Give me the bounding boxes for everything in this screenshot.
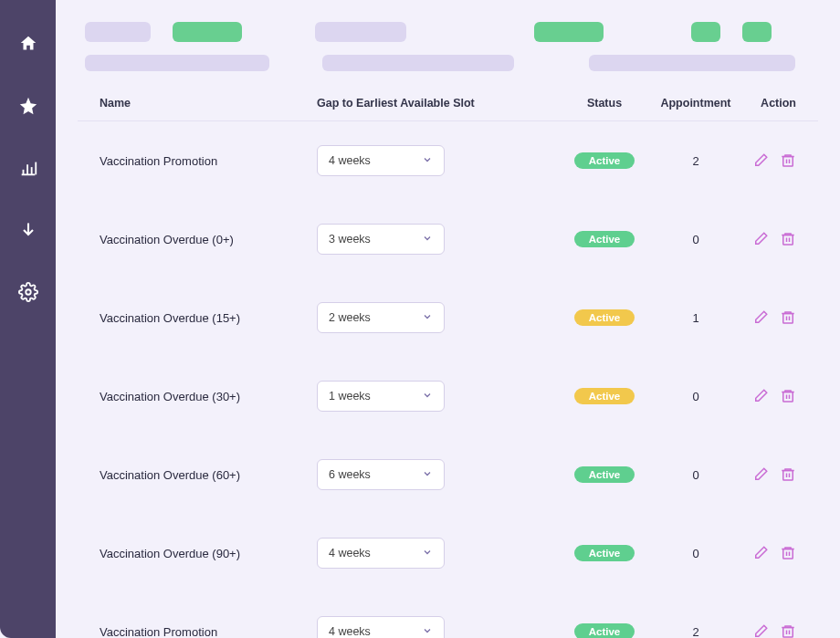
- status-badge: Active: [574, 231, 635, 247]
- placeholder-block: [85, 55, 269, 71]
- status-badge: Active: [574, 545, 635, 561]
- appointment-cell: 0: [650, 233, 741, 246]
- appointment-cell: 2: [650, 625, 741, 639]
- chevron-down-icon: [422, 311, 433, 325]
- placeholder-block: [322, 55, 514, 71]
- appointment-cell: 0: [650, 390, 741, 403]
- edit-button[interactable]: [752, 231, 769, 247]
- placeholder-button[interactable]: [173, 22, 242, 42]
- gap-select-value: 4 weeks: [329, 625, 371, 638]
- th-gap: Gap to Earliest Available Slot: [317, 97, 559, 110]
- gap-select-value: 6 weeks: [329, 468, 371, 481]
- table-row: Vaccination Promotion4 weeksActive2: [78, 592, 818, 638]
- gap-select-value: 1 weeks: [329, 390, 371, 403]
- gap-select[interactable]: 4 weeks: [317, 538, 445, 569]
- placeholder-button[interactable]: [534, 22, 604, 42]
- svg-rect-16: [783, 392, 793, 403]
- status-badge: Active: [574, 152, 635, 169]
- status-badge: Active: [574, 466, 635, 483]
- placeholder-block: [85, 22, 151, 42]
- gap-select[interactable]: 6 weeks: [317, 459, 445, 490]
- gap-select[interactable]: 2 weeks: [317, 302, 445, 333]
- pencil-icon: [752, 388, 769, 404]
- edit-button[interactable]: [752, 623, 769, 638]
- sidebar: [0, 0, 56, 638]
- sidebar-item-home[interactable]: [17, 33, 39, 55]
- gap-select-value: 4 weeks: [329, 547, 371, 560]
- pencil-icon: [752, 545, 769, 561]
- svg-point-6: [26, 289, 31, 295]
- edit-button[interactable]: [752, 466, 769, 483]
- pencil-icon: [752, 231, 769, 247]
- delete-button[interactable]: [780, 545, 796, 561]
- chevron-down-icon: [422, 154, 433, 168]
- svg-rect-7: [783, 157, 793, 167]
- svg-rect-22: [783, 549, 793, 560]
- table-header: Name Gap to Earliest Available Slot Stat…: [78, 89, 818, 121]
- cell-name: Vaccination Overdue (90+): [100, 547, 317, 560]
- gap-select[interactable]: 1 weeks: [317, 381, 445, 412]
- sidebar-item-download[interactable]: [17, 219, 39, 241]
- table-body: Vaccination Promotion4 weeksActive2Vacci…: [78, 121, 818, 638]
- trash-icon: [780, 388, 796, 404]
- table-row: Vaccination Overdue (15+)2 weeksActive1: [78, 278, 818, 357]
- th-appointment: Appointment: [650, 97, 741, 110]
- settings-icon: [18, 282, 38, 302]
- cell-name: Vaccination Promotion: [100, 625, 317, 639]
- table-row: Vaccination Promotion4 weeksActive2: [78, 121, 818, 200]
- svg-rect-13: [783, 314, 793, 324]
- gap-select[interactable]: 4 weeks: [317, 145, 445, 176]
- svg-rect-25: [783, 628, 793, 638]
- sidebar-item-star[interactable]: [17, 95, 39, 117]
- table-row: Vaccination Overdue (90+)4 weeksActive0: [78, 514, 818, 592]
- delete-button[interactable]: [780, 309, 796, 326]
- top-toolbar: [78, 22, 818, 42]
- edit-button[interactable]: [752, 152, 769, 169]
- svg-rect-19: [783, 471, 793, 481]
- trash-icon: [780, 545, 796, 561]
- status-badge: Active: [574, 309, 635, 326]
- placeholder-button[interactable]: [742, 22, 772, 42]
- chevron-down-icon: [422, 390, 433, 403]
- delete-button[interactable]: [780, 231, 796, 247]
- table-row: Vaccination Overdue (0+)3 weeksActive0: [78, 200, 818, 278]
- cell-name: Vaccination Overdue (30+): [100, 390, 317, 403]
- delete-button[interactable]: [780, 388, 796, 404]
- gap-select[interactable]: 4 weeks: [317, 616, 445, 638]
- trash-icon: [780, 466, 796, 483]
- pencil-icon: [752, 152, 769, 169]
- gap-select-value: 4 weeks: [329, 154, 371, 167]
- placeholder-button[interactable]: [691, 22, 720, 42]
- cell-name: Vaccination Overdue (60+): [100, 468, 317, 482]
- cell-name: Vaccination Overdue (15+): [100, 311, 317, 325]
- delete-button[interactable]: [780, 623, 796, 638]
- status-badge: Active: [574, 388, 635, 404]
- main-content: Name Gap to Earliest Available Slot Stat…: [56, 0, 840, 638]
- cell-name: Vaccination Overdue (0+): [100, 233, 317, 246]
- th-status: Status: [559, 97, 650, 110]
- appointment-cell: 1: [650, 311, 741, 325]
- trash-icon: [780, 309, 796, 326]
- th-name: Name: [100, 97, 317, 110]
- appointment-cell: 2: [650, 154, 741, 168]
- delete-button[interactable]: [780, 152, 796, 169]
- chevron-down-icon: [422, 233, 433, 246]
- chevron-down-icon: [422, 547, 433, 560]
- table-row: Vaccination Overdue (60+)6 weeksActive0: [78, 435, 818, 514]
- placeholder-block: [315, 22, 406, 42]
- sidebar-item-settings[interactable]: [17, 281, 39, 303]
- download-icon: [19, 221, 37, 239]
- edit-button[interactable]: [752, 309, 769, 326]
- table-row: Vaccination Overdue (30+)1 weeksActive0: [78, 357, 818, 435]
- sidebar-item-chart[interactable]: [17, 157, 39, 179]
- edit-button[interactable]: [752, 545, 769, 561]
- pencil-icon: [752, 309, 769, 326]
- appointment-cell: 0: [650, 547, 741, 560]
- star-icon: [18, 96, 38, 116]
- data-table: Name Gap to Earliest Available Slot Stat…: [78, 89, 818, 638]
- cell-name: Vaccination Promotion: [100, 154, 317, 168]
- trash-icon: [780, 231, 796, 247]
- gap-select[interactable]: 3 weeks: [317, 224, 445, 255]
- edit-button[interactable]: [752, 388, 769, 404]
- delete-button[interactable]: [780, 466, 796, 483]
